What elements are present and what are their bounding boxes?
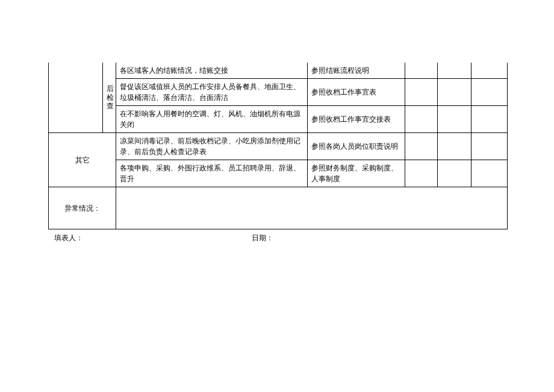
check-cell[interactable] bbox=[405, 79, 438, 106]
check-cell[interactable] bbox=[405, 63, 438, 79]
check-cell[interactable] bbox=[472, 106, 508, 133]
filler-label: 填表人： bbox=[54, 233, 252, 243]
task-cell: 凉菜间消毒记录、前后晚收档记录、小吃房添加剂使用记录、前后负责人检查记录表 bbox=[116, 133, 308, 160]
check-cell[interactable] bbox=[472, 160, 508, 187]
check-cell[interactable] bbox=[405, 106, 438, 133]
task-cell: 各区域客人的结账情况，结账交接 bbox=[116, 63, 308, 79]
exception-value-cell[interactable] bbox=[116, 187, 508, 229]
check-cell[interactable] bbox=[472, 133, 508, 160]
document-wrapper: 后 检 查 各区域客人的结账情况，结账交接 参照结账流程说明 督促该区域值班人员… bbox=[0, 0, 554, 243]
check-cell[interactable] bbox=[438, 160, 472, 187]
task-cell: 督促该区域值班人员的工作安排人员备餐具、地面卫生、垃圾桶清洁、落台清洁、台面清洁 bbox=[116, 79, 308, 106]
task-cell: 在不影响客人用餐时的空调、灯、风机、油烟机所有电源关闭 bbox=[116, 106, 308, 133]
ref-cell: 参照收档工作事宜交接表 bbox=[308, 106, 405, 133]
check-cell[interactable] bbox=[438, 133, 472, 160]
cell-empty bbox=[49, 63, 103, 79]
ref-cell: 参照各岗人员岗位职责说明 bbox=[308, 133, 405, 160]
date-label: 日期： bbox=[252, 233, 273, 243]
table-row: 各项申购、采购、外围行政维系、员工招聘录用、辞退、晋升 参照财务制度、采购制度、… bbox=[49, 160, 508, 187]
task-cell: 各项申购、采购、外围行政维系、员工招聘录用、辞退、晋升 bbox=[116, 160, 308, 187]
cell-empty bbox=[49, 79, 103, 106]
table-row: 其它 凉菜间消毒记录、前后晚收档记录、小吃房添加剂使用记录、前后负责人检查记录表… bbox=[49, 133, 508, 160]
stage-char: 查 bbox=[107, 102, 114, 110]
cell-empty bbox=[49, 106, 103, 133]
check-cell[interactable] bbox=[438, 63, 472, 79]
check-cell[interactable] bbox=[438, 106, 472, 133]
exception-row: 异常情况： bbox=[49, 187, 508, 229]
table-row: 在不影响客人用餐时的空调、灯、风机、油烟机所有电源关闭 参照收档工作事宜交接表 bbox=[49, 106, 508, 133]
check-cell[interactable] bbox=[405, 160, 438, 187]
check-cell[interactable] bbox=[472, 63, 508, 79]
ref-cell: 参照收档工作事宜表 bbox=[308, 79, 405, 106]
other-label-cell: 其它 bbox=[49, 133, 116, 187]
checklist-table: 后 检 查 各区域客人的结账情况，结账交接 参照结账流程说明 督促该区域值班人员… bbox=[48, 63, 508, 229]
table-row: 督促该区域值班人员的工作安排人员备餐具、地面卫生、垃圾桶清洁、落台清洁、台面清洁… bbox=[49, 79, 508, 106]
check-cell[interactable] bbox=[438, 79, 472, 106]
footer-line: 填表人： 日期： bbox=[48, 233, 508, 243]
check-cell[interactable] bbox=[405, 133, 438, 160]
exception-label-cell: 异常情况： bbox=[49, 187, 116, 229]
table-row: 后 检 查 各区域客人的结账情况，结账交接 参照结账流程说明 bbox=[49, 63, 508, 79]
stage-char: 检 bbox=[107, 93, 114, 102]
ref-cell: 参照财务制度、采购制度、人事制度 bbox=[308, 160, 405, 187]
stage-cell: 后 检 查 bbox=[103, 63, 116, 133]
ref-cell: 参照结账流程说明 bbox=[308, 63, 405, 79]
check-cell[interactable] bbox=[472, 79, 508, 106]
stage-char: 后 bbox=[107, 84, 114, 93]
